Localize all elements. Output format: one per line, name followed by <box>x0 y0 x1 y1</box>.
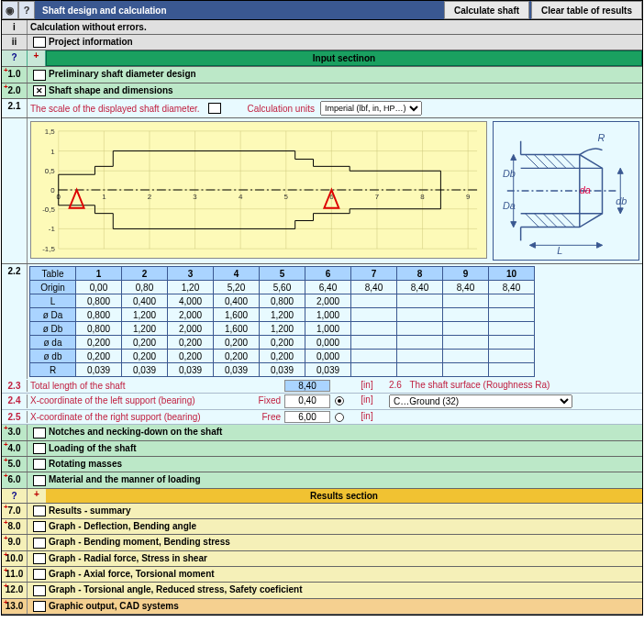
help-icon[interactable]: ? <box>2 489 28 503</box>
row-index: 2.2 <box>2 264 28 379</box>
svg-text:db: db <box>616 195 627 206</box>
calculate-shaft-button[interactable]: Calculate shaft <box>444 1 529 19</box>
row-scale-units: 2.1 The scale of the displayed shaft dia… <box>2 99 642 118</box>
row-index: 2.1 <box>2 99 28 117</box>
checkbox[interactable] <box>33 443 46 454</box>
help-icon[interactable]: ? <box>18 1 35 19</box>
radio-fixed[interactable] <box>335 396 344 405</box>
row-index: 2.0 <box>8 85 21 95</box>
svg-text:0,5: 0,5 <box>45 167 56 175</box>
app-icon[interactable]: ◉ <box>2 1 18 19</box>
value-total-length: 8,40 <box>284 380 330 392</box>
svg-text:3: 3 <box>193 193 197 201</box>
surface-label: The shaft surface (Roughness Ra) <box>410 380 550 390</box>
checkbox[interactable] <box>33 475 46 486</box>
section-title: Input sectinon <box>46 50 642 66</box>
checkbox-scale[interactable] <box>208 103 221 114</box>
checkbox-project-info[interactable] <box>33 37 46 48</box>
svg-text:1,5: 1,5 <box>45 128 56 136</box>
checkbox[interactable] <box>33 569 46 580</box>
row-notches[interactable]: +3.0Notches and necking-down on the shaf… <box>2 425 642 440</box>
row-calc-status: i Calculation without errors. <box>2 20 642 35</box>
input-right-support[interactable]: 6,00 <box>284 411 330 423</box>
row-project-info[interactable]: ii Project information <box>2 35 642 50</box>
scale-label: The scale of the displayed shaft diamete… <box>30 104 200 114</box>
shaft-segments-table[interactable]: Table12345678910Origin0,000,801,205,205,… <box>29 266 535 377</box>
shaft-plot: 1,510,50-0,5-1-1,5 0123456789 <box>30 121 487 259</box>
checkbox[interactable] <box>33 427 46 439</box>
svg-text:2: 2 <box>148 193 151 201</box>
app-title: Shaft design and calculation <box>35 1 442 19</box>
results-section-header: ? + Results section <box>2 489 642 504</box>
row-rotating-masses[interactable]: +5.0Rotating masses <box>2 457 642 472</box>
header-icons: ◉ ? <box>2 1 35 19</box>
expand-icon[interactable]: + <box>28 489 46 503</box>
header-bar: ◉ ? Shaft design and calculation Calcula… <box>2 1 642 20</box>
diagram-area: 1,510,50-0,5-1-1,5 0123456789 <box>2 118 642 264</box>
svg-text:4: 4 <box>239 193 243 201</box>
svg-text:-1: -1 <box>49 225 56 233</box>
row-graph-deflection[interactable]: +8.0Graph - Deflection, Bending angle <box>2 519 642 535</box>
checkbox[interactable] <box>33 538 46 549</box>
svg-text:R: R <box>598 132 605 143</box>
checkbox[interactable] <box>33 70 46 81</box>
row-shaft-shape[interactable]: +2.0 Shaft shape and dimensions <box>2 83 642 99</box>
row-left-support: 2.4 X-coordinate of the left support (be… <box>2 394 642 410</box>
help-icon[interactable]: ? <box>2 50 28 66</box>
row-graph-torsion[interactable]: +12.0Graph - Torsional angle, Reduced st… <box>2 583 642 598</box>
row-cad-output[interactable]: +13.0Graphic output, CAD systems <box>2 599 642 615</box>
surface-select[interactable]: C…Ground (32) <box>389 394 572 408</box>
row-graph-axial[interactable]: +11.0Graph - Axial force, Torsional mome… <box>2 567 642 583</box>
row-index: i <box>2 20 28 34</box>
row-index: 1.0 <box>8 69 21 79</box>
label: Preliminary shaft diameter design <box>49 69 196 79</box>
svg-text:1: 1 <box>102 193 106 201</box>
svg-text:1: 1 <box>50 148 55 156</box>
checkbox[interactable] <box>33 505 46 516</box>
shaft-schematic: R Db Da da db L <box>493 121 639 261</box>
checkbox[interactable] <box>33 553 46 564</box>
checkbox[interactable] <box>33 521 46 532</box>
row-index: ii <box>2 35 28 50</box>
units-select[interactable]: Imperial (lbf, in, HP…) <box>320 101 422 116</box>
status-text: Calculation without errors. <box>28 20 642 34</box>
checkbox[interactable] <box>33 85 46 96</box>
input-left-support[interactable]: 0,40 <box>284 394 330 408</box>
row-prelim-design[interactable]: +1.0 Preliminary shaft diameter design <box>2 67 642 83</box>
row-material[interactable]: +6.0Material and the manner of loading <box>2 472 642 488</box>
svg-text:-0,5: -0,5 <box>42 205 55 214</box>
row-results-summary[interactable]: +7.0Results - summary <box>2 504 642 519</box>
svg-text:5: 5 <box>284 193 289 201</box>
expand-icon[interactable]: + <box>28 50 46 66</box>
row-total-length: 2.3 Total length of the shaft 8,40 [in] … <box>2 379 642 394</box>
label: Shaft shape and dimensions <box>49 85 173 95</box>
checkbox[interactable] <box>33 585 46 596</box>
units-label: Calculation units <box>248 104 315 114</box>
clear-results-button[interactable]: Clear table of results <box>531 1 642 19</box>
svg-text:-1,5: -1,5 <box>42 245 55 253</box>
checkbox[interactable] <box>33 459 46 470</box>
svg-text:L: L <box>557 245 562 256</box>
row-graph-bending[interactable]: +9.0Graph - Bending moment, Bending stre… <box>2 535 642 550</box>
svg-text:9: 9 <box>466 193 471 201</box>
shaft-table-area: 2.2 Table12345678910Origin0,000,801,205,… <box>2 264 642 379</box>
input-section-header: ? + Input sectinon <box>2 50 642 67</box>
svg-text:7: 7 <box>375 193 379 201</box>
svg-text:0: 0 <box>50 186 55 194</box>
row-right-support: 2.5 X-coordinate of the right support (b… <box>2 410 642 425</box>
checkbox[interactable] <box>33 601 46 612</box>
row-loading[interactable]: +4.0Loading of the shaft <box>2 441 642 457</box>
row-graph-radial[interactable]: +10.0Graph - Radial force, Stress in she… <box>2 551 642 567</box>
svg-text:da: da <box>580 184 591 195</box>
svg-text:8: 8 <box>420 193 425 201</box>
section-title: Results section <box>46 489 642 503</box>
radio-free[interactable] <box>335 413 344 422</box>
label: Project information <box>49 37 133 47</box>
